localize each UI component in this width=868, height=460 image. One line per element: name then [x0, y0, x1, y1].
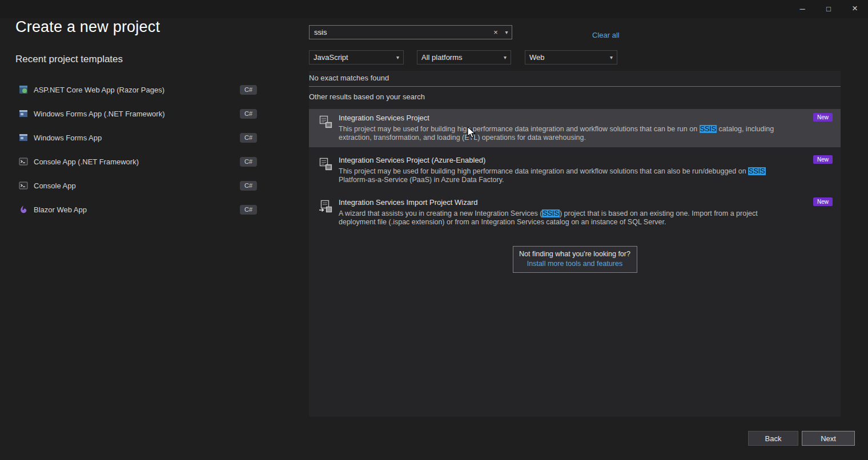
- dialog-footer: Back Next: [748, 431, 855, 446]
- platform-filter-value: All platforms: [421, 53, 463, 62]
- aspnet-webapp-icon: [19, 85, 28, 94]
- search-input[interactable]: [310, 28, 490, 37]
- desc-text: A wizard that assists you in creating a …: [339, 209, 542, 217]
- chevron-down-icon: ▾: [504, 54, 507, 60]
- language-badge: C#: [240, 133, 257, 143]
- result-title: Integration Services Import Project Wiza…: [339, 198, 795, 207]
- clear-all-link[interactable]: Clear all: [592, 31, 620, 39]
- search-dropdown-caret-icon[interactable]: ▾: [501, 29, 512, 35]
- result-title: Integration Services Project: [339, 114, 795, 122]
- template-label: Blazor Web App: [34, 205, 87, 214]
- console-icon: [19, 181, 28, 190]
- console-icon: [19, 157, 28, 166]
- desc-text: This project may be used for building hi…: [339, 125, 700, 133]
- result-body: Integration Services Project (Azure-Enab…: [339, 156, 795, 184]
- next-button[interactable]: Next: [802, 431, 855, 446]
- template-label: Console App: [34, 181, 76, 190]
- language-filter-value: JavaScript: [314, 53, 348, 62]
- language-filter-dropdown[interactable]: JavaScript ▾: [309, 50, 404, 64]
- template-console-app[interactable]: Console App C#: [11, 173, 267, 197]
- result-body: Integration Services Project This projec…: [339, 114, 795, 142]
- result-description: This project may be used for building hi…: [339, 125, 795, 142]
- new-badge: New: [813, 197, 833, 206]
- blazor-icon: [19, 205, 28, 214]
- template-label: Windows Forms App: [34, 134, 102, 142]
- install-more-tools-link[interactable]: Install more tools and features: [513, 260, 637, 268]
- result-integration-services-project-azure[interactable]: Integration Services Project (Azure-Enab…: [309, 151, 841, 189]
- other-results-heading: Other results based on your search: [309, 92, 841, 101]
- language-badge: C#: [240, 109, 257, 119]
- language-badge: C#: [240, 85, 257, 95]
- back-button[interactable]: Back: [748, 431, 798, 446]
- chevron-down-icon: ▾: [396, 54, 399, 60]
- result-description: A wizard that assists you in creating a …: [339, 209, 795, 227]
- maximize-icon: □: [826, 5, 831, 13]
- template-label: Windows Forms App (.NET Framework): [34, 110, 164, 118]
- result-body: Integration Services Import Project Wiza…: [339, 198, 795, 227]
- template-label: ASP.NET Core Web App (Razor Pages): [34, 86, 164, 94]
- recent-templates-heading: Recent project templates: [15, 54, 123, 65]
- search-match-highlight: SSIS: [700, 125, 717, 133]
- platform-filter-dropdown[interactable]: All platforms ▾: [417, 50, 511, 64]
- template-blazor-web-app[interactable]: Blazor Web App C#: [11, 197, 267, 221]
- language-badge: C#: [240, 157, 257, 167]
- new-badge: New: [813, 155, 833, 164]
- search-clear-icon[interactable]: ×: [490, 28, 501, 37]
- result-title: Integration Services Project (Azure-Enab…: [339, 156, 795, 164]
- winforms-icon: [19, 109, 28, 118]
- template-console-netframework[interactable]: Console App (.NET Framework) C#: [11, 150, 267, 173]
- not-finding-question: Not finding what you're looking for?: [513, 250, 637, 258]
- search-match-highlight: SSIS: [748, 167, 766, 175]
- close-button[interactable]: ×: [842, 0, 868, 17]
- result-integration-services-import-wizard[interactable]: Integration Services Import Project Wiza…: [309, 193, 841, 232]
- chevron-down-icon: ▾: [610, 54, 613, 60]
- close-icon: ×: [852, 3, 858, 14]
- recent-template-list: ASP.NET Core Web App (Razor Pages) C# Wi…: [11, 78, 267, 221]
- desc-text: Platform-as-a-Service (PaaS) in Azure Da…: [339, 176, 504, 184]
- template-winforms-app[interactable]: Windows Forms App C#: [11, 126, 267, 150]
- project-type-filter-value: Web: [529, 53, 545, 62]
- results-divider: [309, 86, 841, 87]
- integration-services-azure-icon: [318, 157, 333, 172]
- create-project-window: ─ □ × Create a new project Recent projec…: [0, 0, 868, 460]
- page-title: Create a new project: [15, 18, 160, 36]
- result-integration-services-project[interactable]: Integration Services Project This projec…: [309, 109, 841, 147]
- template-aspnet-core-web-app[interactable]: ASP.NET Core Web App (Razor Pages) C#: [11, 78, 267, 102]
- not-finding-box: Not finding what you're looking for? Ins…: [513, 246, 637, 273]
- minimize-icon: ─: [799, 5, 805, 13]
- new-badge: New: [813, 113, 833, 122]
- template-search-box: × ▾: [309, 25, 512, 39]
- no-exact-matches-text: No exact matches found: [309, 71, 841, 82]
- template-label: Console App (.NET Framework): [34, 158, 139, 166]
- result-description: This project may be used for building hi…: [339, 167, 795, 184]
- winforms-icon: [19, 133, 28, 142]
- template-winforms-netframework[interactable]: Windows Forms App (.NET Framework) C#: [11, 102, 267, 126]
- desc-text: This project may be used for building hi…: [339, 167, 748, 175]
- project-type-filter-dropdown[interactable]: Web ▾: [525, 50, 617, 64]
- import-project-wizard-icon: [318, 199, 333, 214]
- maximize-button[interactable]: □: [815, 0, 842, 17]
- search-match-highlight: SSIS: [542, 209, 560, 217]
- titlebar: ─ □ ×: [0, 0, 868, 18]
- integration-services-project-icon: [318, 115, 333, 130]
- language-badge: C#: [240, 205, 257, 215]
- language-badge: C#: [240, 181, 257, 191]
- search-results-panel: No exact matches found Other results bas…: [309, 71, 841, 417]
- minimize-button[interactable]: ─: [789, 0, 815, 17]
- window-controls: ─ □ ×: [789, 0, 868, 17]
